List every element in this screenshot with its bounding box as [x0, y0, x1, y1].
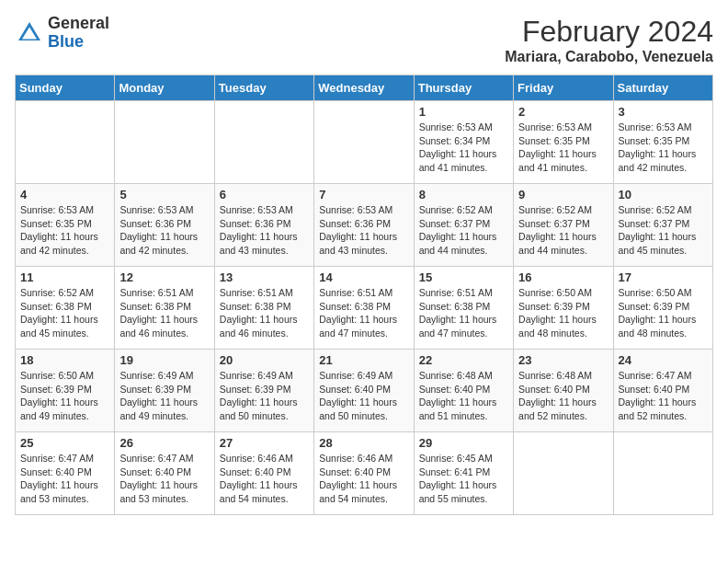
day-info: Sunrise: 6:52 AMSunset: 6:37 PMDaylight:…: [518, 203, 608, 258]
day-number: 7: [319, 188, 408, 201]
day-cell: 19Sunrise: 6:49 AMSunset: 6:39 PMDayligh…: [115, 350, 214, 432]
day-number: 19: [119, 353, 209, 367]
location-title: Mariara, Carabobo, Venezuela: [505, 49, 713, 65]
day-info: Sunrise: 6:53 AMSunset: 6:35 PMDaylight:…: [20, 203, 109, 258]
day-info: Sunrise: 6:45 AMSunset: 6:41 PMDaylight:…: [419, 452, 508, 506]
day-info: Sunrise: 6:47 AMSunset: 6:40 PMDaylight:…: [20, 452, 109, 506]
day-info: Sunrise: 6:53 AMSunset: 6:36 PMDaylight:…: [119, 203, 209, 258]
day-number: 16: [518, 270, 608, 284]
day-info: Sunrise: 6:47 AMSunset: 6:40 PMDaylight:…: [119, 452, 209, 506]
day-number: 2: [518, 105, 608, 119]
day-number: 20: [220, 353, 309, 367]
day-cell: 10Sunrise: 6:52 AMSunset: 6:37 PMDayligh…: [613, 184, 712, 267]
day-number: 5: [119, 188, 209, 201]
calendar-table: Sunday Monday Tuesday Wednesday Thursday…: [15, 75, 713, 515]
day-cell: 18Sunrise: 6:50 AMSunset: 6:39 PMDayligh…: [16, 350, 115, 432]
day-number: 27: [220, 436, 309, 450]
day-cell: 20Sunrise: 6:49 AMSunset: 6:39 PMDayligh…: [214, 350, 313, 432]
day-info: Sunrise: 6:46 AMSunset: 6:40 PMDaylight:…: [220, 452, 309, 506]
week-row-3: 11Sunrise: 6:52 AMSunset: 6:38 PMDayligh…: [16, 267, 713, 350]
day-number: 25: [20, 436, 109, 450]
day-number: 26: [119, 436, 209, 450]
logo: General Blue: [15, 15, 109, 52]
day-number: 17: [619, 270, 708, 284]
day-number: 18: [20, 353, 109, 367]
day-cell: [214, 101, 313, 184]
day-info: Sunrise: 6:51 AMSunset: 6:38 PMDaylight:…: [419, 286, 508, 340]
day-number: 3: [619, 105, 708, 119]
day-cell: 28Sunrise: 6:46 AMSunset: 6:40 PMDayligh…: [314, 432, 414, 515]
day-info: Sunrise: 6:53 AMSunset: 6:34 PMDaylight:…: [419, 121, 508, 175]
week-row-1: 1Sunrise: 6:53 AMSunset: 6:34 PMDaylight…: [16, 101, 713, 184]
day-cell: 14Sunrise: 6:51 AMSunset: 6:38 PMDayligh…: [314, 267, 414, 350]
day-info: Sunrise: 6:53 AMSunset: 6:36 PMDaylight:…: [319, 203, 408, 258]
day-cell: [115, 101, 214, 184]
day-cell: 15Sunrise: 6:51 AMSunset: 6:38 PMDayligh…: [414, 267, 513, 350]
logo-icon: [15, 18, 44, 48]
day-info: Sunrise: 6:52 AMSunset: 6:37 PMDaylight:…: [419, 203, 508, 258]
day-info: Sunrise: 6:52 AMSunset: 6:37 PMDaylight:…: [619, 203, 708, 258]
page-header: General Blue February 2024 Mariara, Cara…: [15, 15, 713, 65]
day-number: 24: [619, 353, 708, 367]
day-info: Sunrise: 6:53 AMSunset: 6:36 PMDaylight:…: [220, 203, 309, 258]
day-cell: 26Sunrise: 6:47 AMSunset: 6:40 PMDayligh…: [115, 432, 214, 515]
header-row: Sunday Monday Tuesday Wednesday Thursday…: [16, 75, 713, 101]
day-number: 29: [419, 436, 508, 450]
day-cell: 6Sunrise: 6:53 AMSunset: 6:36 PMDaylight…: [214, 184, 313, 267]
day-info: Sunrise: 6:49 AMSunset: 6:39 PMDaylight:…: [119, 369, 209, 423]
col-monday: Monday: [115, 75, 214, 101]
day-number: 21: [319, 353, 408, 367]
day-cell: 13Sunrise: 6:51 AMSunset: 6:38 PMDayligh…: [214, 267, 313, 350]
day-number: 12: [119, 270, 209, 284]
day-info: Sunrise: 6:53 AMSunset: 6:35 PMDaylight:…: [518, 121, 608, 175]
day-cell: 2Sunrise: 6:53 AMSunset: 6:35 PMDaylight…: [514, 101, 613, 184]
day-number: 13: [220, 270, 309, 284]
day-cell: 3Sunrise: 6:53 AMSunset: 6:35 PMDaylight…: [613, 101, 712, 184]
day-cell: [514, 432, 613, 515]
day-info: Sunrise: 6:51 AMSunset: 6:38 PMDaylight:…: [220, 286, 309, 340]
day-info: Sunrise: 6:46 AMSunset: 6:40 PMDaylight:…: [319, 452, 408, 506]
day-info: Sunrise: 6:50 AMSunset: 6:39 PMDaylight:…: [518, 286, 608, 340]
day-info: Sunrise: 6:53 AMSunset: 6:35 PMDaylight:…: [619, 121, 708, 175]
day-number: 4: [20, 188, 109, 201]
day-info: Sunrise: 6:48 AMSunset: 6:40 PMDaylight:…: [518, 369, 608, 423]
day-cell: 12Sunrise: 6:51 AMSunset: 6:38 PMDayligh…: [115, 267, 214, 350]
day-info: Sunrise: 6:52 AMSunset: 6:38 PMDaylight:…: [20, 286, 109, 340]
day-cell: 21Sunrise: 6:49 AMSunset: 6:40 PMDayligh…: [314, 350, 414, 432]
day-number: 9: [518, 188, 608, 201]
day-cell: 16Sunrise: 6:50 AMSunset: 6:39 PMDayligh…: [514, 267, 613, 350]
week-row-5: 25Sunrise: 6:47 AMSunset: 6:40 PMDayligh…: [16, 432, 713, 515]
day-number: 1: [419, 105, 508, 119]
day-number: 22: [419, 353, 508, 367]
col-wednesday: Wednesday: [314, 75, 414, 101]
title-area: February 2024 Mariara, Carabobo, Venezue…: [505, 15, 713, 65]
day-number: 11: [20, 270, 109, 284]
day-info: Sunrise: 6:50 AMSunset: 6:39 PMDaylight:…: [619, 286, 708, 340]
day-cell: [16, 101, 115, 184]
day-info: Sunrise: 6:50 AMSunset: 6:39 PMDaylight:…: [20, 369, 109, 423]
day-cell: 1Sunrise: 6:53 AMSunset: 6:34 PMDaylight…: [414, 101, 513, 184]
day-cell: 29Sunrise: 6:45 AMSunset: 6:41 PMDayligh…: [414, 432, 513, 515]
day-cell: 11Sunrise: 6:52 AMSunset: 6:38 PMDayligh…: [16, 267, 115, 350]
day-cell: 5Sunrise: 6:53 AMSunset: 6:36 PMDaylight…: [115, 184, 214, 267]
day-number: 8: [419, 188, 508, 201]
logo-general-text: General: [48, 15, 109, 33]
day-number: 10: [619, 188, 708, 201]
day-cell: 27Sunrise: 6:46 AMSunset: 6:40 PMDayligh…: [214, 432, 313, 515]
day-info: Sunrise: 6:51 AMSunset: 6:38 PMDaylight:…: [319, 286, 408, 340]
col-friday: Friday: [514, 75, 613, 101]
day-cell: [314, 101, 414, 184]
col-sunday: Sunday: [16, 75, 115, 101]
logo-blue-text: Blue: [48, 33, 109, 52]
day-number: 28: [319, 436, 408, 450]
month-title: February 2024: [505, 15, 713, 49]
day-info: Sunrise: 6:51 AMSunset: 6:38 PMDaylight:…: [119, 286, 209, 340]
day-cell: 4Sunrise: 6:53 AMSunset: 6:35 PMDaylight…: [16, 184, 115, 267]
day-info: Sunrise: 6:47 AMSunset: 6:40 PMDaylight:…: [619, 369, 708, 423]
day-cell: 17Sunrise: 6:50 AMSunset: 6:39 PMDayligh…: [613, 267, 712, 350]
col-saturday: Saturday: [613, 75, 712, 101]
day-number: 15: [419, 270, 508, 284]
day-cell: 22Sunrise: 6:48 AMSunset: 6:40 PMDayligh…: [414, 350, 513, 432]
day-cell: [613, 432, 712, 515]
day-info: Sunrise: 6:49 AMSunset: 6:40 PMDaylight:…: [319, 369, 408, 423]
